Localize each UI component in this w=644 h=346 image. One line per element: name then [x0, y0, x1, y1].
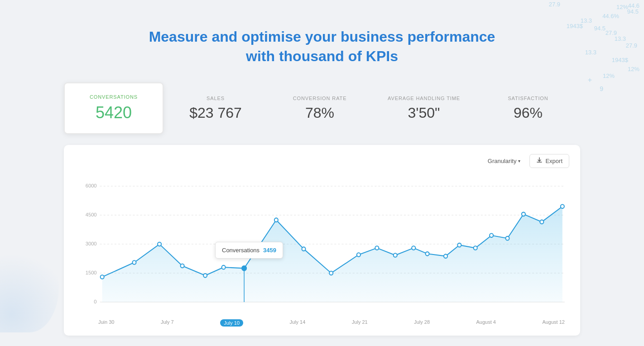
- chart-svg: 6000 4500 3000 1500 0: [75, 172, 569, 317]
- kpi-card-satisfaction: SATISFACTION 96%: [476, 82, 580, 134]
- data-point: [444, 255, 447, 259]
- kpi-value-satisfaction: 96%: [514, 105, 543, 121]
- x-axis: Juin 30 July 7 July 10 July 14 July 21 J…: [75, 317, 569, 327]
- granularity-button[interactable]: Granularity ▾: [484, 156, 524, 166]
- kpi-label-conversion-rate: CONVERSION RATE: [293, 96, 347, 101]
- export-button[interactable]: Export: [529, 154, 569, 168]
- kpi-card-sales: SALES $23 767: [163, 82, 268, 134]
- data-point: [329, 271, 333, 275]
- kpi-row: CONVERSATIONS 5420 SALES $23 767 CONVERS…: [64, 82, 580, 134]
- data-point: [561, 205, 564, 209]
- kpi-value-conversations: 5420: [96, 103, 132, 122]
- svg-text:4500: 4500: [86, 212, 97, 217]
- chart-container: Granularity ▾ Export: [64, 145, 580, 336]
- data-point: [505, 236, 509, 240]
- data-point: [181, 264, 184, 268]
- data-point: [222, 265, 226, 269]
- x-label-july21: July 21: [352, 319, 368, 327]
- kpi-card-conversion-rate: CONVERSION RATE 78%: [268, 82, 372, 134]
- data-point: [540, 220, 543, 224]
- data-point: [522, 212, 525, 216]
- data-point: [426, 252, 429, 256]
- x-label-july28: July 28: [414, 319, 430, 327]
- x-label-august4: August 4: [476, 319, 495, 327]
- chart-area: 6000 4500 3000 1500 0: [75, 172, 569, 317]
- granularity-label: Granularity: [488, 158, 517, 164]
- data-point: [302, 247, 306, 251]
- data-point: [474, 246, 477, 250]
- data-point: [357, 253, 360, 257]
- kpi-value-sales: $23 767: [189, 105, 242, 121]
- x-label-juin30: Juin 30: [98, 319, 114, 327]
- kpi-value-avg-handling-time: 3'50": [408, 105, 440, 121]
- kpi-card-conversations: CONVERSATIONS 5420: [64, 82, 163, 134]
- chart-header: Granularity ▾ Export: [75, 154, 569, 168]
- data-point: [490, 234, 493, 238]
- kpi-label-sales: SALES: [207, 96, 225, 101]
- data-point: [412, 246, 415, 250]
- kpi-card-avg-handling-time: AVERAGE HANDLING TIME 3'50": [372, 82, 476, 134]
- x-label-july14: July 14: [290, 319, 306, 327]
- data-point: [101, 275, 104, 279]
- x-label-july7: July 7: [161, 319, 174, 327]
- svg-text:0: 0: [94, 299, 96, 304]
- svg-text:6000: 6000: [86, 183, 97, 188]
- data-point: [203, 274, 207, 278]
- chart-area-fill: [102, 207, 562, 302]
- data-point: [274, 218, 278, 222]
- x-label-july10: July 10: [220, 319, 243, 327]
- data-point: [457, 243, 461, 247]
- download-icon: [536, 157, 543, 165]
- svg-text:1500: 1500: [86, 270, 97, 275]
- kpi-label-satisfaction: SATISFACTION: [508, 96, 548, 101]
- kpi-value-conversion-rate: 78%: [305, 105, 334, 121]
- chevron-down-icon: ▾: [518, 159, 520, 163]
- kpi-label-avg-handling-time: AVERAGE HANDLING TIME: [388, 96, 460, 101]
- kpi-label-conversations: CONVERSATIONS: [90, 94, 138, 100]
- hero-title: Measure and optimise your business perfo…: [36, 27, 608, 66]
- export-label: Export: [545, 158, 562, 164]
- data-point: [132, 261, 136, 265]
- data-point: [394, 254, 397, 258]
- svg-text:3000: 3000: [86, 241, 97, 246]
- hero-section: Measure and optimise your business perfo…: [36, 27, 608, 66]
- data-point: [375, 246, 379, 250]
- data-point: [158, 242, 161, 246]
- x-label-august12: August 12: [542, 319, 565, 327]
